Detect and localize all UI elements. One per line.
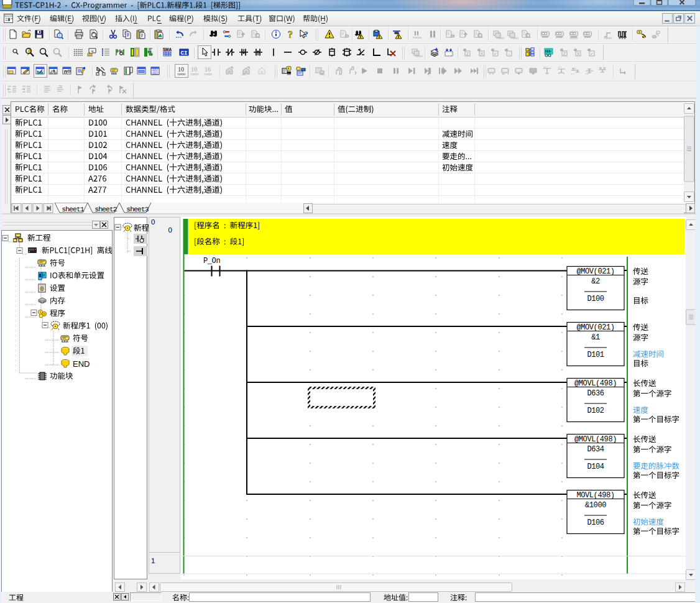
svg-text:?: ? — [288, 29, 293, 40]
svg-text:roron: roron — [413, 35, 421, 39]
svg-text:✓: ✓ — [590, 52, 594, 56]
svg-text:w: w — [90, 49, 94, 53]
svg-text:roron: roron — [570, 36, 578, 40]
svg-text:SMA: SMA — [163, 47, 172, 52]
svg-text:roron: roron — [191, 72, 199, 76]
svg-text:roron: roron — [415, 54, 423, 58]
svg-text:roron: roron — [511, 36, 518, 40]
svg-text:X: X — [481, 52, 484, 56]
svg-text:roron: roron — [604, 36, 612, 40]
svg-text:roron: roron — [497, 36, 504, 40]
svg-text:002: 002 — [152, 72, 158, 76]
svg-text:X: X — [577, 52, 580, 56]
svg-text:Z: Z — [563, 52, 566, 56]
svg-text:✓: ✓ — [494, 52, 497, 56]
svg-text:roron: roron — [205, 72, 213, 76]
svg-text:roron: roron — [178, 72, 186, 76]
svg-text:Z: Z — [466, 52, 469, 56]
svg-text:?: ? — [304, 29, 308, 39]
svg-text:CI: CI — [181, 50, 188, 57]
